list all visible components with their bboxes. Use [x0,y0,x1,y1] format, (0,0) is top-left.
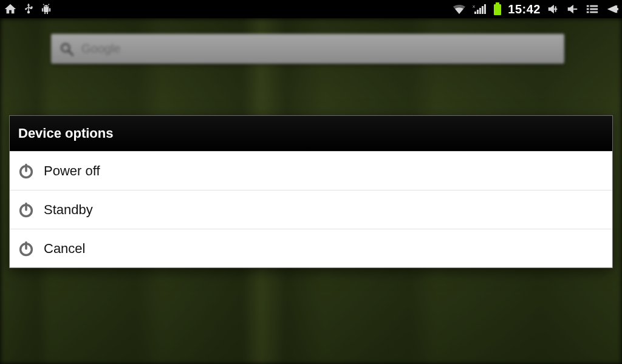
power-off-option[interactable]: Power off [10,151,612,190]
wifi-icon [452,3,466,15]
svg-rect-16 [479,8,481,14]
cancel-option[interactable]: Cancel [10,229,612,268]
usb-icon [23,2,34,16]
power-icon [17,162,35,180]
svg-rect-25 [590,8,598,10]
power-icon [17,240,35,258]
svg-point-4 [25,8,27,10]
device-options-dialog: Device options Power off Standby Cancel [9,115,613,268]
home-icon[interactable] [4,2,17,16]
battery-icon [493,2,502,16]
svg-point-12 [47,6,48,7]
back-icon[interactable] [605,3,618,15]
option-label: Standby [44,202,93,218]
svg-rect-14 [474,12,476,14]
svg-line-6 [48,4,49,5]
cell-signal-icon: x [473,3,487,15]
svg-rect-8 [49,8,50,12]
svg-rect-23 [590,5,598,7]
svg-point-11 [45,6,46,7]
dialog-title: Device options [10,116,612,151]
power-icon [17,201,35,219]
option-label: Cancel [44,241,85,257]
svg-rect-18 [484,4,486,14]
status-bar: x 15:42 [0,0,622,18]
option-label: Power off [44,163,100,179]
standby-option[interactable]: Standby [10,190,612,229]
svg-rect-10 [47,12,48,14]
dialog-title-text: Device options [18,126,113,141]
svg-rect-22 [587,5,589,7]
svg-rect-20 [494,4,501,15]
svg-rect-27 [590,12,598,13]
svg-point-2 [27,11,30,13]
svg-rect-26 [587,12,589,13]
svg-line-5 [43,4,44,5]
svg-text:x: x [473,4,475,9]
svg-rect-3 [31,7,33,8]
volume-down-icon[interactable] [566,3,579,15]
svg-rect-19 [496,2,499,4]
svg-rect-15 [477,10,479,14]
svg-rect-17 [482,6,484,14]
svg-rect-24 [587,8,589,10]
menu-icon[interactable] [586,3,599,15]
svg-rect-9 [44,12,46,14]
android-debug-icon [40,3,52,15]
svg-rect-7 [42,8,43,12]
volume-up-icon[interactable] [547,3,560,15]
clock-text: 15:42 [508,2,541,16]
